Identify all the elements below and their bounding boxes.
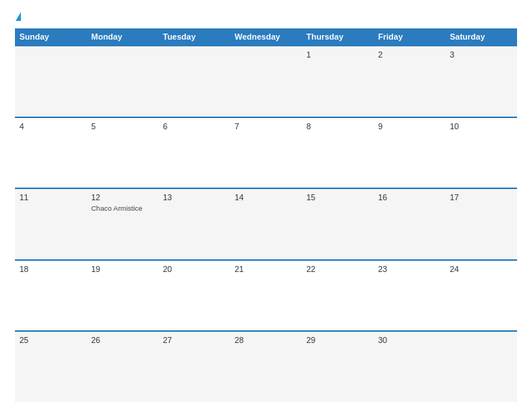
calendar-day: 23 [374, 261, 445, 331]
day-number: 13 [163, 193, 226, 202]
day-number: 14 [235, 193, 297, 202]
calendar-day: 25 [15, 332, 87, 402]
calendar-day: 3 [445, 46, 517, 117]
day-number: 30 [378, 336, 441, 344]
day-number: 2 [378, 50, 441, 59]
day-number: 6 [163, 122, 226, 131]
day-number: 5 [91, 122, 154, 131]
calendar-day [15, 46, 87, 117]
calendar-day: 26 [87, 332, 158, 402]
day-number: 29 [306, 336, 369, 344]
calendar-day [87, 46, 158, 117]
cal-header-thursday: Thursday [302, 28, 374, 45]
logo-triangle-icon [16, 12, 21, 21]
calendar-week-1: 123 [15, 45, 517, 117]
calendar-header-row: SundayMondayTuesdayWednesdayThursdayFrid… [15, 28, 517, 45]
day-number: 11 [19, 193, 82, 202]
day-number: 1 [306, 50, 369, 59]
calendar-day: 21 [230, 261, 302, 331]
day-number: 4 [19, 122, 82, 131]
day-number: 27 [163, 336, 226, 344]
calendar-day: 20 [158, 261, 230, 331]
calendar-day: 19 [87, 261, 158, 331]
calendar-day: 30 [374, 332, 445, 402]
calendar-day: 14 [230, 189, 302, 259]
calendar-day: 13 [158, 189, 230, 259]
day-number: 9 [378, 122, 441, 131]
cal-header-sunday: Sunday [15, 28, 87, 45]
calendar-day: 24 [445, 261, 517, 331]
day-number: 22 [306, 265, 369, 274]
calendar-week-5: 252627282930 [15, 330, 517, 402]
calendar-day: 28 [230, 332, 302, 402]
day-number: 20 [163, 265, 226, 274]
calendar-day: 18 [15, 261, 87, 331]
calendar-day: 6 [158, 118, 230, 188]
day-number: 25 [19, 336, 82, 344]
day-number: 19 [91, 265, 154, 274]
calendar-week-4: 18192021222324 [15, 259, 517, 331]
calendar-day: 29 [302, 332, 374, 402]
calendar-day: 1 [302, 46, 374, 117]
calendar-day: 15 [302, 189, 374, 259]
calendar-day: 12Chaco Armistice [87, 189, 158, 259]
day-number: 24 [450, 265, 513, 274]
day-number: 16 [378, 193, 441, 202]
calendar-day: 27 [158, 332, 230, 402]
day-number: 18 [19, 265, 82, 274]
calendar-day: 2 [374, 46, 445, 117]
cal-header-tuesday: Tuesday [158, 28, 230, 45]
calendar-day [230, 46, 302, 117]
cal-header-monday: Monday [87, 28, 158, 45]
calendar-day: 17 [445, 189, 517, 259]
logo [15, 13, 21, 21]
day-number: 15 [306, 193, 369, 202]
calendar-week-3: 1112Chaco Armistice1314151617 [15, 188, 517, 259]
calendar-body: 123456789101112Chaco Armistice1314151617… [15, 45, 517, 402]
calendar-day [158, 46, 230, 117]
page: SundayMondayTuesdayWednesdayThursdayFrid… [0, 0, 532, 411]
calendar: SundayMondayTuesdayWednesdayThursdayFrid… [15, 28, 517, 402]
calendar-day [445, 332, 517, 402]
calendar-day: 4 [15, 118, 87, 188]
day-number: 10 [450, 122, 513, 131]
calendar-day: 22 [302, 261, 374, 331]
day-number: 28 [235, 336, 297, 344]
day-number: 8 [306, 122, 369, 131]
cal-header-wednesday: Wednesday [230, 28, 302, 45]
calendar-day: 11 [15, 189, 87, 259]
calendar-day: 10 [445, 118, 517, 188]
event-label: Chaco Armistice [91, 204, 154, 213]
day-number: 12 [91, 193, 154, 202]
calendar-day: 16 [374, 189, 445, 259]
day-number: 7 [235, 122, 297, 131]
header [15, 13, 517, 21]
day-number: 23 [378, 265, 441, 274]
calendar-day: 7 [230, 118, 302, 188]
calendar-week-2: 45678910 [15, 117, 517, 188]
day-number: 21 [235, 265, 297, 274]
day-number: 26 [91, 336, 154, 344]
calendar-day: 8 [302, 118, 374, 188]
calendar-day: 5 [87, 118, 158, 188]
day-number: 3 [450, 50, 513, 59]
cal-header-friday: Friday [374, 28, 445, 45]
calendar-day: 9 [374, 118, 445, 188]
cal-header-saturday: Saturday [445, 28, 517, 45]
day-number: 17 [450, 193, 513, 202]
